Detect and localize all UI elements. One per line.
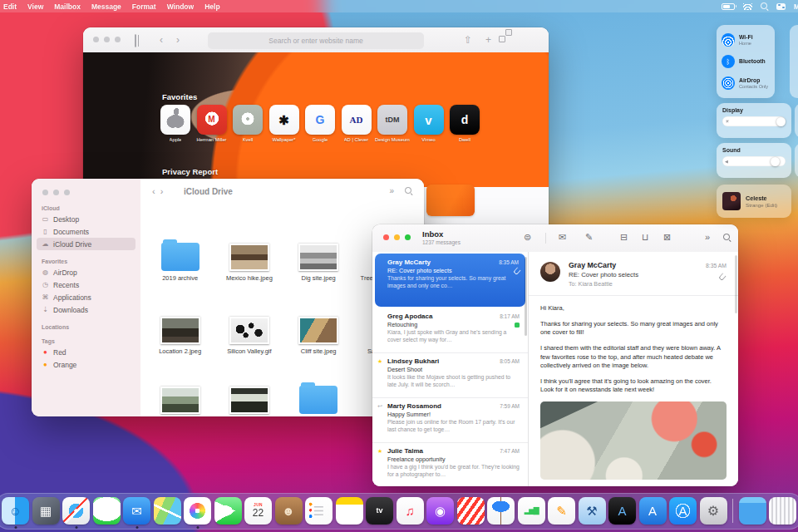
- favorite-site-icon[interactable]: [160, 105, 190, 135]
- dock-icon[interactable]: ☰: [305, 497, 332, 525]
- filter-icon[interactable]: ⊜: [524, 232, 531, 243]
- zoom-button[interactable]: [64, 190, 70, 195]
- thumbnail-card[interactable]: [426, 185, 475, 216]
- spotlight-search-icon[interactable]: [761, 2, 768, 10]
- dock-icon[interactable]: ▦: [32, 497, 60, 525]
- dock-icon[interactable]: tv: [366, 497, 393, 525]
- music-tile[interactable]: Celeste Strange (Edit): [717, 185, 791, 218]
- archive-icon[interactable]: ⊟: [620, 232, 628, 243]
- menu-item[interactable]: Format: [132, 2, 156, 11]
- favorite-site[interactable]: G Google: [305, 105, 335, 142]
- sidebar-item[interactable]: ● Red: [37, 346, 135, 358]
- message-row[interactable]: ★ Julie Talma 7:47 AM Freelance opportun…: [372, 443, 528, 486]
- zoom-button[interactable]: [115, 37, 121, 42]
- junk-icon[interactable]: ⊠: [663, 232, 671, 243]
- dock-icon[interactable]: [457, 497, 485, 525]
- favorite-site[interactable]: v Vimeo: [414, 105, 444, 142]
- dock-icon[interactable]: A: [669, 497, 697, 525]
- flag-star-icon[interactable]: ★: [377, 358, 382, 365]
- file-item[interactable]: Mexico hike.jpeg: [214, 244, 283, 282]
- favorite-site[interactable]: ✱ Wallpaper*: [269, 105, 299, 142]
- dock-icon[interactable]: [93, 497, 121, 525]
- delete-icon[interactable]: ⊔: [642, 232, 649, 243]
- dock-icon[interactable]: ♫: [397, 497, 424, 525]
- message-row[interactable]: ★ Lindsey Bukhari 8:05 AM Desert Shoot I…: [372, 353, 528, 398]
- dock-icon[interactable]: ✎: [548, 497, 575, 525]
- favorite-site-icon[interactable]: d: [450, 105, 480, 135]
- menu-item[interactable]: Help: [204, 2, 219, 11]
- favorite-site-icon[interactable]: tDM: [377, 105, 407, 135]
- favorite-site-icon[interactable]: [233, 105, 263, 135]
- message-row[interactable]: ↩ Marty Rosamond 7:59 AM Happy Summer! P…: [372, 398, 528, 443]
- brightness-slider[interactable]: ☀: [722, 116, 786, 126]
- battery-icon[interactable]: [722, 3, 735, 10]
- file-item[interactable]: Location 2.jpeg: [145, 317, 214, 355]
- dock-icon[interactable]: [154, 497, 181, 525]
- favorite-site[interactable]: M Herman Miller: [197, 105, 227, 142]
- favorite-site[interactable]: AD AD | Clever: [342, 105, 372, 142]
- file-item[interactable]: 2019 archive: [145, 237, 214, 282]
- message-row[interactable]: Greg Apodaca 8:17 AM Retouching Kiara, I…: [372, 308, 528, 353]
- file-item[interactable]: Water: [214, 387, 283, 416]
- slider-knob[interactable]: [776, 117, 786, 126]
- flag-star-icon[interactable]: ★: [377, 448, 382, 455]
- sidebar-item[interactable]: ☁ iCloud Drive: [37, 238, 135, 250]
- favorite-site[interactable]: Apple: [160, 105, 190, 142]
- dock-icon[interactable]: ⚒: [579, 497, 606, 525]
- bluetooth-icon[interactable]: ᛒ: [722, 55, 735, 68]
- dock-icon[interactable]: ◉: [426, 497, 454, 525]
- sidebar-item[interactable]: ⇣ Downloads: [37, 303, 135, 316]
- menu-item[interactable]: Mailbox: [54, 2, 81, 11]
- wifi-control[interactable]: Wi-FiHome: [722, 29, 770, 51]
- attached-image[interactable]: [540, 401, 727, 480]
- bluetooth-control[interactable]: ᛒ Bluetooth: [722, 51, 770, 72]
- back-forward-buttons[interactable]: ‹›: [152, 186, 168, 196]
- dock-icon[interactable]: ✉: [123, 497, 150, 525]
- flag-star-icon[interactable]: ↩: [377, 403, 382, 410]
- dock-icon[interactable]: [336, 497, 363, 525]
- menu-item[interactable]: Message: [91, 2, 121, 11]
- wifi-icon[interactable]: [743, 3, 752, 10]
- dock-icon[interactable]: A: [608, 497, 636, 525]
- dock-icon[interactable]: [769, 497, 796, 525]
- wifi-icon[interactable]: [722, 33, 735, 47]
- more-toolbar-icon[interactable]: »: [705, 232, 710, 243]
- favorite-site-icon[interactable]: G: [305, 105, 335, 135]
- dock-icon[interactable]: ☺: [2, 497, 29, 525]
- favorite-site[interactable]: Kvell: [233, 105, 263, 142]
- get-mail-icon[interactable]: ✉: [559, 232, 566, 243]
- favorite-site[interactable]: d Dwell: [450, 105, 480, 142]
- dock-icon[interactable]: ⚙: [700, 497, 727, 525]
- file-item[interactable]: Cliff site.jpeg: [284, 317, 353, 355]
- dock-icon[interactable]: A: [639, 497, 667, 525]
- favorite-site-icon[interactable]: ✱: [269, 105, 299, 135]
- search-icon[interactable]: [405, 187, 412, 195]
- dock-icon[interactable]: [62, 497, 90, 525]
- airdrop-control[interactable]: AirDropContacts Only: [722, 72, 770, 94]
- close-button[interactable]: [93, 37, 99, 42]
- sidebar-item[interactable]: ⌘ Applications: [37, 291, 135, 303]
- file-item[interactable]: Dig site.jpeg: [284, 244, 353, 282]
- minimize-button[interactable]: [104, 37, 110, 42]
- search-icon[interactable]: [723, 234, 731, 241]
- scrollbar[interactable]: [525, 257, 527, 336]
- sidebar-item[interactable]: ◍ AirDrop: [37, 266, 135, 278]
- file-item[interactable]: Intern: [284, 380, 353, 416]
- back-button[interactable]: ‹: [160, 35, 163, 45]
- sidebar-item[interactable]: ◷ Recents: [37, 278, 135, 291]
- dock-icon[interactable]: [214, 497, 242, 525]
- sidebar-item[interactable]: ● Orange: [37, 358, 135, 371]
- favorite-site-icon[interactable]: AD: [342, 105, 372, 135]
- airdrop-icon[interactable]: [722, 76, 735, 90]
- menu-clock[interactable]: M: [794, 2, 798, 11]
- dock-icon[interactable]: ☻: [275, 497, 303, 525]
- menu-item[interactable]: View: [27, 2, 43, 11]
- favorite-site[interactable]: tDM Design Museum: [377, 105, 407, 142]
- dock-icon[interactable]: [732, 499, 733, 523]
- menu-item[interactable]: Edit: [3, 2, 17, 11]
- close-button[interactable]: [42, 190, 48, 195]
- menu-item[interactable]: Window: [167, 2, 195, 11]
- message-row[interactable]: Gray McCarty 8:35 AM RE: Cover photo sel…: [375, 254, 525, 307]
- dock-icon[interactable]: ▂▅▇: [518, 497, 545, 525]
- favorite-site-icon[interactable]: M: [197, 105, 227, 135]
